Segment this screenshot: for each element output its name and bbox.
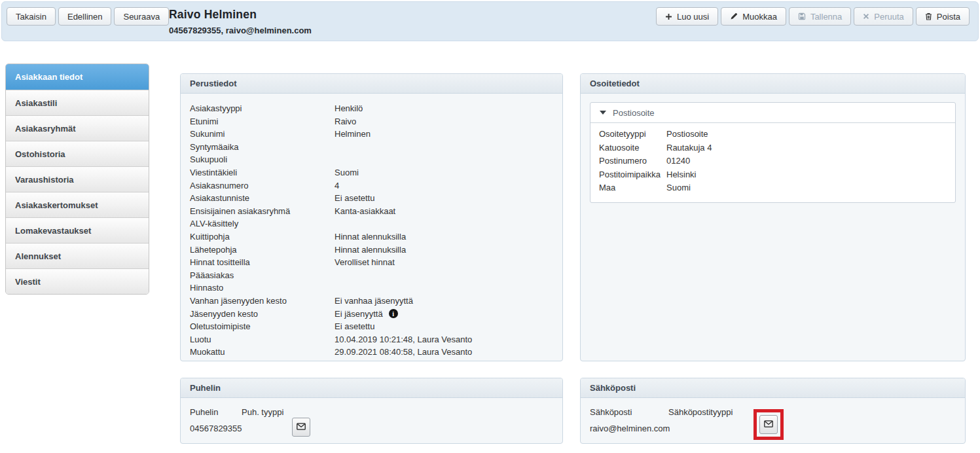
field-value: Helminen xyxy=(335,128,371,141)
address-info-panel: Osoitetiedot Postiosoite Osoitetyyppi Po… xyxy=(580,73,966,361)
page-title: Raivo Helminen xyxy=(169,8,312,22)
field-label: Ensisijainen asiakasryhmä xyxy=(190,205,335,218)
postal-address-accordion-header[interactable]: Postiosoite xyxy=(590,103,955,123)
edit-button[interactable]: Muokkaa xyxy=(721,7,786,26)
caret-down-icon xyxy=(600,111,606,115)
field-label: ALV-käsittely xyxy=(190,217,335,230)
basic-info-panel: Perustiedot Asiakastyyppi Henkilö Etunim… xyxy=(180,73,563,361)
address-field-value: 01240 xyxy=(666,154,690,168)
field-value: Hinnat alennuksilla xyxy=(335,230,406,244)
sidebar-item-asiakkaan-tiedot[interactable]: Asiakkaan tiedot xyxy=(6,64,149,90)
email-type-column-header: Sähköpostityyppi xyxy=(668,407,733,417)
sidebar-item-alennukset[interactable]: Alennukset xyxy=(6,243,149,268)
edit-label: Muokkaa xyxy=(742,12,777,22)
field-row: Ensisijainen asiakasryhmä Kanta-asiakkaa… xyxy=(190,205,553,218)
field-label: Jäsenyyden kesto xyxy=(190,308,335,321)
phone-type-column-header: Puh. tyyppi xyxy=(242,407,283,417)
phone-type-button[interactable] xyxy=(292,418,310,437)
address-field-label: Katuosoite xyxy=(599,141,666,155)
field-label: Hinnasto xyxy=(190,281,335,295)
email-panel-title: Sähköposti xyxy=(581,378,965,398)
email-type-button[interactable] xyxy=(759,415,778,434)
sidebar-item-asiakasryhmät[interactable]: Asiakasryhmät xyxy=(6,115,149,141)
cancel-label: Peruuta xyxy=(874,12,904,22)
address-field-row: Osoitetyyppi Postiosoite xyxy=(599,128,947,141)
field-row: Lähetepohja Hinnat alennuksilla xyxy=(190,244,553,257)
address-field-row: Maa Suomi xyxy=(599,181,947,195)
sidebar-item-asiakastili[interactable]: Asiakastili xyxy=(6,90,149,115)
address-field-value: Rautakuja 4 xyxy=(666,141,712,155)
envelope-icon xyxy=(297,422,306,432)
field-value: Henkilö xyxy=(335,102,363,115)
plus-icon xyxy=(665,13,672,20)
sidebar-item-viestit[interactable]: Viestit xyxy=(6,268,149,294)
header-nav-group: Takaisin Edellinen Seuraava xyxy=(7,7,169,26)
field-label: Syntymäaika xyxy=(190,141,335,154)
field-label: Etunimi xyxy=(190,115,335,128)
address-field-value: Suomi xyxy=(666,181,691,195)
field-row: Kuittipohja Hinnat alennuksilla xyxy=(190,230,553,244)
field-label: Vanhan jäsenyyden kesto xyxy=(190,295,335,308)
address-field-row: Katuosoite Rautakuja 4 xyxy=(599,141,947,155)
phone-panel-body: Puhelin Puh. tyyppi 04567829355 xyxy=(181,398,562,444)
cancel-button[interactable]: Peruuta xyxy=(854,7,913,26)
trash-icon xyxy=(925,12,932,20)
field-row: Hinnasto xyxy=(190,281,553,295)
phone-number-value: 04567829355 xyxy=(190,424,242,433)
postal-address-fields: Osoitetyyppi Postiosoite Katuosoite Raut… xyxy=(590,123,955,202)
back-button[interactable]: Takaisin xyxy=(7,7,56,26)
create-new-label: Luo uusi xyxy=(677,12,709,22)
sidebar-item-label: Viestit xyxy=(15,277,41,287)
previous-button[interactable]: Edellinen xyxy=(58,7,112,26)
sidebar-item-varaushistoria[interactable]: Varaushistoria xyxy=(6,166,149,192)
sidebar-item-label: Varaushistoria xyxy=(15,175,74,185)
field-row: Asiakasnumero 4 xyxy=(190,179,553,192)
field-label: Viestintäkieli xyxy=(190,166,335,179)
sidebar-item-label: Asiakasryhmät xyxy=(15,124,76,134)
field-row: Asiakastyyppi Henkilö xyxy=(190,102,553,115)
delete-button[interactable]: Poista xyxy=(916,7,970,26)
postal-address-accordion-label: Postiosoite xyxy=(613,108,655,118)
address-info-panel-title: Osoitetiedot xyxy=(581,74,965,94)
address-field-label: Maa xyxy=(599,181,666,195)
create-new-button[interactable]: Luo uusi xyxy=(656,7,718,26)
field-row: Sukupuoli xyxy=(190,153,553,166)
customer-section-sidebar: Asiakkaan tiedot Asiakastili Asiakasryhm… xyxy=(5,63,149,295)
sidebar-item-label: Lomakevastaukset xyxy=(15,226,91,236)
sidebar-item-label: Asiakaskertomukset xyxy=(15,200,98,210)
info-icon[interactable]: i xyxy=(389,309,398,318)
phone-panel: Puhelin Puhelin Puh. tyyppi 04567829355 xyxy=(180,378,563,444)
envelope-icon xyxy=(764,420,773,429)
field-value: 29.09.2021 08:40:58, Laura Vesanto xyxy=(335,346,472,359)
sidebar-item-lomakevastaukset[interactable]: Lomakevastaukset xyxy=(6,217,149,243)
field-label: Asiakasnumero xyxy=(190,179,335,192)
address-field-label: Postinumero xyxy=(599,154,666,168)
field-row: Pääasiakas xyxy=(190,269,553,282)
cancel-icon xyxy=(863,13,869,20)
customer-contact-summary: 04567829355, raivo@helminen.com xyxy=(169,26,312,35)
field-label: Lähetepohja xyxy=(190,244,335,257)
field-value: Hinnat alennuksilla xyxy=(335,244,406,257)
field-row: ALV-käsittely xyxy=(190,217,553,230)
next-button[interactable]: Seuraava xyxy=(114,7,169,26)
field-row: Vanhan jäsenyyden kesto Ei vanhaa jäseny… xyxy=(190,295,553,308)
phone-column-header: Puhelin xyxy=(190,407,218,417)
delete-label: Poista xyxy=(937,12,960,22)
field-row: Jäsenyyden kesto Ei jäsenyyttäi xyxy=(190,308,553,321)
field-value: Ei jäsenyyttäi xyxy=(335,308,398,321)
field-value: Suomi xyxy=(335,166,359,179)
sidebar-item-asiakaskertomukset[interactable]: Asiakaskertomukset xyxy=(6,192,149,217)
field-value: Ei vanhaa jäsenyyttä xyxy=(335,295,413,308)
field-label: Kuittipohja xyxy=(190,230,335,244)
field-row: Muokattu 29.09.2021 08:40:58, Laura Vesa… xyxy=(190,346,553,359)
sidebar-item-ostohistoria[interactable]: Ostohistoria xyxy=(6,141,149,166)
field-value: Ei asetettu xyxy=(335,192,374,205)
field-value: Verolliset hinnat xyxy=(335,256,395,269)
field-row: Sukunimi Helminen xyxy=(190,128,553,141)
save-button[interactable]: Tallenna xyxy=(789,7,851,26)
sidebar-item-label: Asiakastili xyxy=(15,98,57,108)
field-value: 10.04.2019 10:21:48, Laura Vesanto xyxy=(335,333,472,346)
basic-info-panel-title: Perustiedot xyxy=(181,74,562,94)
postal-address-accordion: Postiosoite Osoitetyyppi Postiosoite Kat… xyxy=(590,102,956,203)
field-row: Asiakastunniste Ei asetettu xyxy=(190,192,553,205)
